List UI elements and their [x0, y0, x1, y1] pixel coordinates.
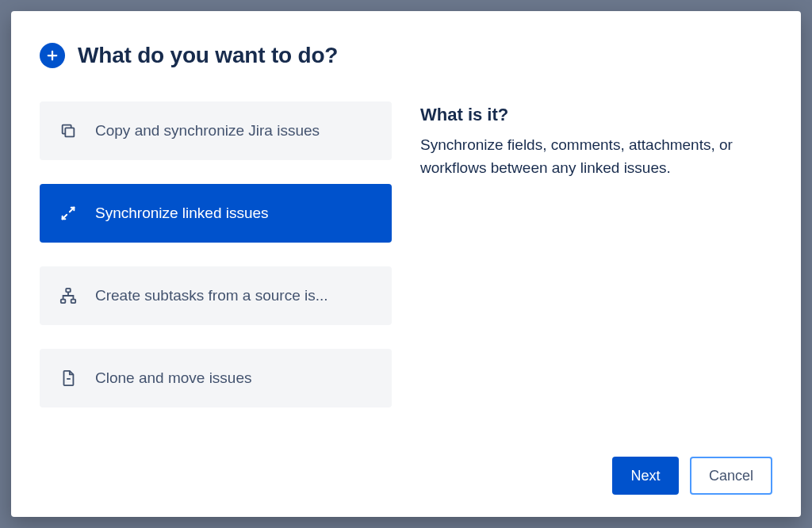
detail-panel: What is it? Synchronize fields, comments… — [420, 101, 772, 441]
copy-icon — [59, 121, 78, 140]
plus-circle-icon — [40, 43, 65, 68]
option-label: Synchronize linked issues — [95, 205, 269, 222]
svg-rect-4 — [61, 300, 66, 304]
options-list: Copy and synchronize Jira issues Synchro… — [40, 101, 392, 441]
hierarchy-icon — [59, 286, 78, 305]
option-clone-move[interactable]: Clone and move issues — [40, 349, 392, 407]
dialog-footer: Next Cancel — [40, 457, 772, 495]
option-create-subtasks[interactable]: Create subtasks from a source is... — [40, 266, 392, 325]
option-sync-linked[interactable]: Synchronize linked issues — [40, 184, 392, 243]
option-label: Clone and move issues — [95, 369, 252, 387]
dialog-header: What do you want to do? — [40, 43, 772, 68]
sync-arrows-icon — [59, 204, 78, 223]
svg-rect-3 — [66, 289, 71, 293]
svg-rect-5 — [71, 300, 76, 304]
option-copy-sync[interactable]: Copy and synchronize Jira issues — [40, 101, 392, 160]
detail-title: What is it? — [420, 105, 772, 125]
svg-rect-2 — [65, 128, 74, 136]
dialog: What do you want to do? Copy and synchro… — [11, 11, 801, 517]
dialog-title: What do you want to do? — [78, 43, 338, 68]
detail-text: Synchronize fields, comments, attachment… — [420, 133, 772, 180]
option-label: Copy and synchronize Jira issues — [95, 122, 320, 140]
option-label: Create subtasks from a source is... — [95, 287, 328, 304]
document-icon — [59, 369, 78, 388]
cancel-button[interactable]: Cancel — [690, 457, 772, 495]
dialog-body: Copy and synchronize Jira issues Synchro… — [40, 101, 772, 441]
next-button[interactable]: Next — [612, 457, 679, 495]
